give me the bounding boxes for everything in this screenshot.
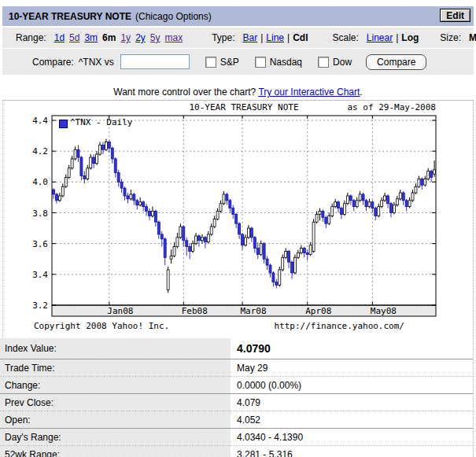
row-label: Index Value: <box>0 338 231 359</box>
row-label: Open: <box>0 411 231 428</box>
chart-copyright: Copyright 2008 Yahoo! Inc. <box>34 321 169 331</box>
size-group: Size: M|L <box>440 32 476 43</box>
checkbox-label: Nasdaq <box>270 57 302 68</box>
price-chart: 4.44.24.03.83.63.43.2Jan08Feb08Mar08Apr0… <box>3 101 473 338</box>
row-label: Day's Range: <box>0 429 231 445</box>
window-title-bar: 10-YEAR TREASURY NOTE (Chicago Options) … <box>2 6 474 26</box>
interactive-chart-promo: Want more control over the chart? Try ou… <box>2 86 474 99</box>
checkbox-label: Dow <box>333 57 352 68</box>
type-label: Type: <box>212 32 234 43</box>
checkbox-group: Nasdaq <box>255 57 302 68</box>
chart-source-url: http://finance.yahoo.com/ <box>200 321 404 331</box>
svg-text:3.2: 3.2 <box>32 300 48 311</box>
row-value: 3.281 - 5.316 <box>231 446 473 457</box>
scale-option-log: Log <box>401 32 419 43</box>
row-value: 4.0340 - 4.1390 <box>231 429 473 445</box>
compare-symbol-input[interactable] <box>120 54 190 69</box>
scale-label: Scale: <box>333 32 359 43</box>
range-option-2y[interactable]: 2y <box>135 32 146 43</box>
svg-text:3.4: 3.4 <box>32 270 48 280</box>
finance-chart-page: 10-YEAR TREASURY NOTE (Chicago Options) … <box>0 0 476 457</box>
type-option-cdl: Cdl <box>293 32 308 43</box>
legend-swatch-icon <box>59 120 68 128</box>
svg-text:Apr08: Apr08 <box>305 306 331 316</box>
range-option-5d[interactable]: 5d <box>69 32 79 43</box>
page-title: 10-YEAR TREASURY NOTE <box>2 11 131 22</box>
checkbox-nasdaq[interactable] <box>255 57 266 68</box>
checkbox-dow[interactable] <box>318 57 329 68</box>
svg-text:3.6: 3.6 <box>32 239 48 249</box>
row-value: 0.0000 (0.00%) <box>231 377 473 393</box>
legend-label: ^TNX - Daily <box>70 117 132 127</box>
checkbox-label: S&P <box>220 57 239 68</box>
scale-option-linear[interactable]: Linear <box>367 32 393 43</box>
scale-group: Scale: Linear|Log <box>333 32 422 43</box>
table-row: Change:0.0000 (0.00%) <box>0 377 473 394</box>
size-option-m: M <box>469 32 476 43</box>
row-label: Change: <box>0 377 231 393</box>
svg-text:Feb08: Feb08 <box>182 306 208 316</box>
svg-text:4.2: 4.2 <box>32 146 48 157</box>
table-row: 52wk Range:3.281 - 5.316 <box>0 446 473 457</box>
range-option-5y[interactable]: 5y <box>150 32 161 43</box>
table-row: Open:4.052 <box>0 411 473 429</box>
quote-summary-table: Index Value:4.0790Trade Time:May 29Chang… <box>0 338 474 457</box>
chart-container: 4.44.24.03.83.63.43.2Jan08Feb08Mar08Apr0… <box>2 100 474 339</box>
svg-text:Mar08: Mar08 <box>241 306 267 316</box>
row-value: 4.079 <box>231 394 473 411</box>
svg-text:4.0: 4.0 <box>32 177 48 187</box>
row-value: 4.0790 <box>231 338 473 359</box>
promo-suffix: . <box>360 87 362 98</box>
checkbox-group: Dow <box>318 57 352 68</box>
row-value: May 29 <box>231 359 473 376</box>
range-option-max[interactable]: max <box>165 32 183 43</box>
page-subtitle: (Chicago Options) <box>135 11 212 22</box>
compare-symbol: ^TNX vs <box>79 57 114 68</box>
range-option-1y[interactable]: 1y <box>120 32 131 43</box>
edit-button[interactable]: Edit <box>440 9 470 22</box>
svg-text:Jan08: Jan08 <box>107 306 133 316</box>
range-option-3m[interactable]: 3m <box>84 32 98 43</box>
chart-controls-toolbar: Range: 1d5d3m6m1y2y5ymax Type: Bar|Line|… <box>2 28 474 48</box>
type-option-bar[interactable]: Bar <box>243 32 258 43</box>
svg-text:3.8: 3.8 <box>32 208 48 219</box>
interactive-chart-link[interactable]: Try our Interactive Chart <box>258 87 360 98</box>
row-label: 52wk Range: <box>0 446 231 457</box>
table-row: Day's Range:4.0340 - 4.1390 <box>0 429 473 446</box>
range-label: Range: <box>16 32 46 43</box>
candlestick-plot: 4.44.24.03.83.63.43.2Jan08Feb08Mar08Apr0… <box>3 101 473 338</box>
promo-text: Want more control over the chart? <box>113 87 256 98</box>
range-option-6m: 6m <box>102 32 116 43</box>
table-row: Trade Time:May 29 <box>0 359 473 377</box>
checkbox-sp[interactable] <box>205 57 216 68</box>
table-row: Prev Close:4.079 <box>0 394 473 411</box>
checkbox-group: S&P <box>205 57 239 68</box>
compare-label: Compare: <box>32 57 74 68</box>
type-group: Type: Bar|Line|Cdl <box>212 32 310 43</box>
type-option-line[interactable]: Line <box>266 32 284 43</box>
row-label: Trade Time: <box>0 359 231 376</box>
compare-checkboxes: S&PNasdaqDow <box>190 57 352 68</box>
svg-text:4.4: 4.4 <box>32 116 48 126</box>
separator: | <box>396 32 398 43</box>
size-label: Size: <box>440 32 461 43</box>
separator: | <box>287 32 290 43</box>
compare-button[interactable]: Compare <box>366 54 426 70</box>
row-value: 4.052 <box>231 411 473 428</box>
table-row: Index Value:4.0790 <box>0 338 473 359</box>
range-option-1d[interactable]: 1d <box>54 32 65 43</box>
chart-asof-date: as of 29-May-2008 <box>263 102 436 112</box>
range-group: Range: 1d5d3m6m1y2y5ymax <box>16 32 185 43</box>
compare-toolbar: Compare: ^TNX vs S&PNasdaqDow Compare <box>2 49 474 75</box>
svg-text:May08: May08 <box>371 306 397 316</box>
row-label: Prev Close: <box>0 394 231 411</box>
separator: | <box>260 32 263 43</box>
